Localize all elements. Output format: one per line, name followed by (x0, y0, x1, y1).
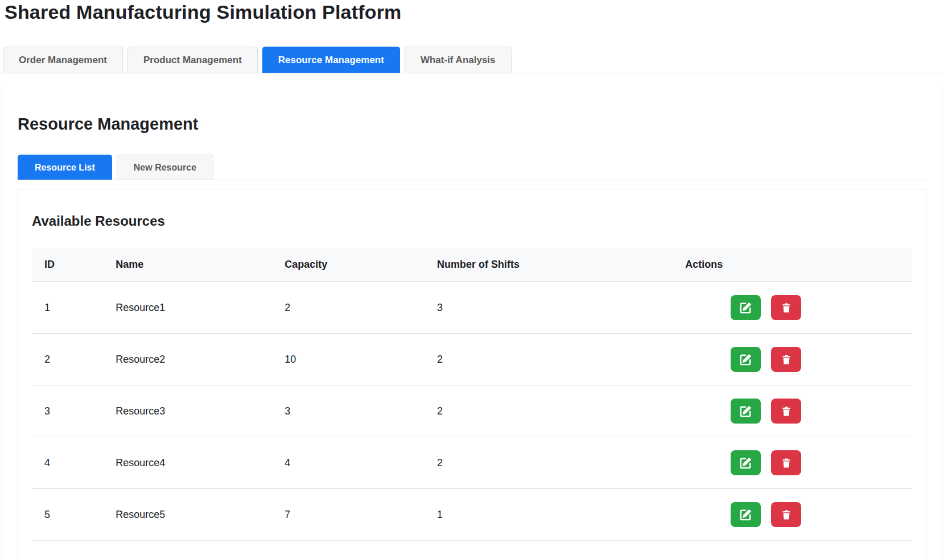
available-resources-card: Available Resources ID Name Capacity Num… (18, 189, 926, 560)
resource-table: ID Name Capacity Number of Shifts Action… (32, 248, 912, 541)
cell-id: 3 (32, 385, 103, 437)
table-row: 4 Resource4 4 2 (32, 437, 912, 489)
cell-name: Resource3 (103, 385, 272, 437)
section-title: Resource Management (18, 115, 926, 134)
cell-shifts: 2 (424, 437, 673, 489)
cell-capacity: 10 (272, 334, 424, 385)
cell-capacity: 4 (272, 437, 424, 489)
edit-icon (739, 457, 752, 470)
edit-resource-button[interactable] (731, 295, 761, 320)
resource-management-panel: Resource Management Resource List New Re… (2, 83, 942, 560)
cell-shifts: 2 (424, 334, 673, 385)
column-header-shifts: Number of Shifts (424, 248, 673, 282)
column-header-capacity: Capacity (272, 248, 424, 282)
cell-name: Resource1 (103, 282, 272, 334)
subtab-resource-list[interactable]: Resource List (18, 155, 112, 180)
delete-resource-button[interactable] (771, 450, 801, 475)
card-title: Available Resources (32, 213, 912, 229)
table-row: 1 Resource1 2 3 (32, 282, 912, 334)
edit-icon (739, 353, 752, 366)
edit-icon (739, 405, 752, 418)
column-header-id: ID (32, 248, 103, 282)
trash-icon (781, 302, 792, 314)
column-header-actions: Actions (673, 248, 912, 282)
delete-resource-button[interactable] (771, 502, 801, 527)
trash-icon (781, 509, 792, 521)
edit-resource-button[interactable] (731, 450, 761, 475)
tab-what-if-analysis[interactable]: What-if Analysis (405, 47, 512, 73)
tab-order-management[interactable]: Order Management (3, 47, 123, 73)
page-title: Shared Manufacturing Simulation Platform (5, 1, 944, 23)
subtab-new-resource[interactable]: New Resource (117, 155, 213, 180)
trash-icon (781, 405, 792, 417)
cell-capacity: 3 (272, 385, 424, 437)
main-tab-bar: Order Management Product Management Reso… (0, 47, 944, 73)
table-row: 2 Resource2 10 2 (32, 334, 912, 385)
cell-id: 4 (32, 437, 103, 489)
trash-icon (781, 354, 792, 366)
edit-resource-button[interactable] (731, 502, 761, 527)
table-row: 3 Resource3 3 2 (32, 385, 912, 437)
delete-resource-button[interactable] (771, 295, 801, 320)
delete-resource-button[interactable] (771, 399, 801, 424)
cell-name: Resource2 (103, 334, 272, 385)
edit-resource-button[interactable] (731, 399, 761, 424)
tab-product-management[interactable]: Product Management (127, 47, 258, 73)
trash-icon (781, 457, 792, 469)
cell-capacity: 7 (272, 489, 424, 541)
cell-id: 2 (32, 334, 103, 385)
edit-icon (739, 301, 752, 314)
cell-capacity: 2 (272, 282, 424, 334)
edit-icon (739, 508, 752, 521)
resource-sub-tab-bar: Resource List New Resource (18, 155, 926, 180)
column-header-name: Name (103, 248, 272, 282)
cell-shifts: 3 (424, 282, 673, 334)
cell-shifts: 2 (424, 385, 673, 437)
table-header-row: ID Name Capacity Number of Shifts Action… (32, 248, 912, 282)
table-row: 5 Resource5 7 1 (32, 489, 912, 541)
cell-shifts: 1 (424, 489, 673, 541)
cell-name: Resource4 (103, 437, 272, 489)
tab-resource-management[interactable]: Resource Management (262, 47, 400, 73)
edit-resource-button[interactable] (731, 347, 761, 372)
cell-id: 5 (32, 489, 103, 541)
cell-name: Resource5 (103, 489, 272, 541)
delete-resource-button[interactable] (771, 347, 801, 372)
cell-id: 1 (32, 282, 103, 334)
